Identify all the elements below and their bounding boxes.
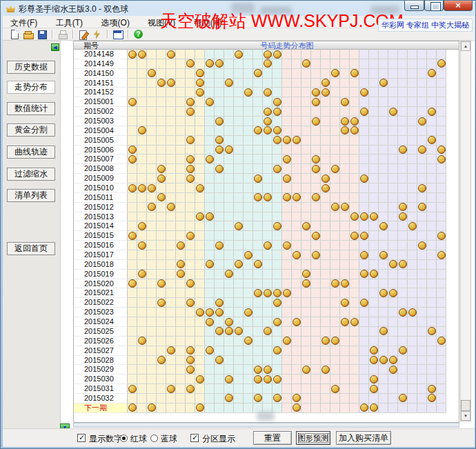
sidebar-item-numeric-statistics[interactable]: 数值统计	[7, 102, 55, 115]
trend-row: 2015017131820252733	[74, 250, 459, 260]
open-file-icon[interactable]	[23, 29, 34, 40]
sidebar-item-history-data[interactable]: 历史数据	[7, 61, 55, 74]
zone-display-checkbox[interactable]	[190, 434, 199, 442]
trend-strip[interactable]: 138182526	[128, 403, 446, 413]
blue-ball-radio[interactable]	[150, 435, 158, 442]
sidebar: 历史数据走势分布数值统计黄金分割曲线轨迹过滤缩水清单列表返回首页	[3, 41, 61, 428]
menu-options[interactable]: 选项(O)	[94, 16, 137, 29]
toolbar-separator	[107, 30, 108, 39]
trend-row: 2015025101112152732	[74, 327, 459, 337]
issue-label: 2015005	[74, 136, 128, 146]
scroll-down-icon[interactable]: ▼	[461, 411, 470, 421]
red-ball-11: 11	[225, 270, 233, 278]
red-ball-7: 7	[186, 98, 195, 106]
vertical-scroll-thumb[interactable]	[461, 400, 470, 411]
red-ball-14: 14	[254, 126, 262, 134]
zone-display-label: 分区显示	[202, 433, 235, 445]
trend-strip: 3814222432	[128, 69, 446, 79]
red-ball-17: 17	[283, 193, 291, 201]
red-ball-11: 11	[225, 327, 233, 335]
red-ball-7: 7	[186, 279, 195, 288]
menu-tools[interactable]: 工具(T)	[48, 16, 90, 29]
quick-action-icon[interactable]	[92, 29, 103, 40]
sidebar-item-list-view[interactable]: 清单列表	[7, 189, 55, 202]
issue-label: 2015003	[74, 117, 128, 126]
red-ball-2: 2	[138, 337, 146, 345]
reset-button[interactable]: 重置	[253, 431, 292, 445]
red-ball-10: 10	[215, 117, 224, 126]
issue-label: 2015022	[74, 298, 128, 308]
sidebar-item-back-home[interactable]: 返回首页	[7, 242, 55, 255]
trend-strip: 2610151731	[128, 241, 446, 250]
red-ball-2: 2	[138, 126, 146, 134]
trend-row: 20141497910151933	[74, 59, 459, 69]
red-ball-1: 1	[128, 98, 137, 106]
trend-row: 201500421415162324	[74, 126, 459, 136]
red-ball-7: 7	[186, 108, 195, 116]
sidebar-item-golden-section[interactable]: 黄金分割	[7, 123, 55, 137]
red-ball-21: 21	[321, 79, 330, 87]
red-ball-2: 2	[138, 184, 146, 192]
issue-label: 2015030	[74, 375, 128, 384]
red-ball-25: 25	[360, 212, 368, 221]
issue-label: 2015021	[74, 288, 128, 298]
red-ball-28: 28	[389, 108, 397, 116]
red-ball-33: 33	[437, 232, 446, 240]
print-icon[interactable]	[57, 29, 68, 40]
trend-row: 201501141415171820	[74, 193, 459, 203]
red-ball-22: 22	[331, 203, 339, 211]
red-ball-29: 29	[399, 146, 407, 154]
trend-row: 20150094714172125	[74, 174, 459, 183]
sidebar-item-curve-track[interactable]: 曲线轨迹	[7, 146, 55, 159]
graphic-predict-button[interactable]: 图形预测	[296, 431, 330, 445]
red-ball-2: 2	[138, 50, 146, 59]
red-ball-7: 7	[186, 299, 195, 307]
red-ball-8: 8	[196, 69, 204, 77]
new-file-icon[interactable]	[9, 29, 20, 40]
red-ball-21: 21	[321, 88, 330, 97]
save-file-icon[interactable]	[37, 29, 48, 40]
menu-file[interactable]: 文件(F)	[3, 16, 45, 29]
minimize-button[interactable]	[404, 1, 424, 11]
maximize-button[interactable]	[424, 1, 444, 11]
red-ball-9: 9	[206, 212, 214, 221]
red-ball-14: 14	[254, 193, 262, 201]
red-ball-radio[interactable]	[120, 435, 128, 442]
sidebar-item-trend-distribution[interactable]: 走势分布	[7, 81, 55, 94]
window-view-icon[interactable]	[112, 29, 123, 40]
red-ball-31: 31	[418, 146, 426, 154]
scroll-up-icon[interactable]: ▲	[461, 41, 470, 51]
show-numbers-checkbox[interactable]	[77, 434, 86, 442]
red-ball-23: 23	[341, 126, 349, 134]
trend-row: 20150186912142829	[74, 260, 459, 270]
red-ball-20: 20	[312, 98, 320, 106]
red-ball-5: 5	[167, 50, 175, 59]
trend-row: 20150192611192526	[74, 270, 459, 279]
issue-label: 2015008	[74, 164, 128, 174]
close-button[interactable]	[444, 1, 473, 11]
red-ball-12: 12	[235, 327, 243, 335]
help-icon[interactable]	[133, 29, 144, 40]
red-ball-19: 19	[302, 270, 310, 278]
red-ball-6: 6	[177, 270, 185, 278]
horizontal-scrollbar[interactable]	[73, 423, 459, 428]
red-ball-9: 9	[206, 260, 214, 268]
issue-label: 2015017	[74, 250, 128, 260]
trend-strip: 4714172125	[128, 174, 446, 183]
red-ball-24: 24	[350, 232, 359, 240]
edit-scheme-icon[interactable]	[78, 29, 89, 40]
red-ball-10: 10	[215, 241, 224, 250]
red-ball-23: 23	[341, 299, 349, 307]
add-to-purchase-list-button[interactable]: 加入购买清单	[336, 431, 391, 445]
trend-row: 20141503814222432	[74, 69, 459, 79]
grid-header: 期号 号码走势分布图	[74, 41, 459, 50]
promo-links[interactable]: 华彩网 专家组 中奖大揭秘	[378, 19, 473, 32]
sidebar-item-filter-shrink[interactable]: 过滤缩水	[7, 168, 55, 181]
trend-chart-panel: 期号 号码走势分布图 20141481251215162014149791015…	[73, 41, 459, 423]
vertical-scrollbar[interactable]: ▲ ▼	[460, 41, 471, 421]
sidebar-collapse-button[interactable]: ◀	[51, 43, 59, 51]
trend-row: 2014151458112127	[74, 79, 459, 88]
red-ball-5: 5	[167, 203, 175, 211]
red-ball-3: 3	[148, 184, 156, 192]
red-ball-31: 31	[418, 117, 426, 126]
